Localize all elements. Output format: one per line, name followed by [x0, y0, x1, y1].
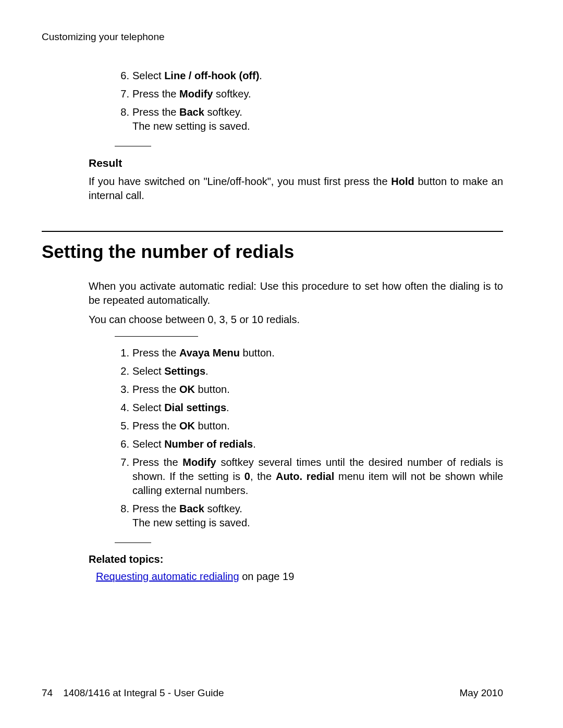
steps-list-main: 1. Press the Avaya Menu button. 2. Selec… — [42, 346, 503, 530]
running-header: Customizing your telephone — [42, 30, 503, 44]
text-run: Press the — [132, 456, 182, 468]
step-text: Select Number of redials. — [132, 437, 503, 451]
intro-paragraph-1: When you activate automatic redial: Use … — [89, 279, 503, 307]
bold-run: OK — [179, 384, 195, 395]
text-run: . — [226, 402, 229, 413]
text-run: Select — [132, 365, 164, 377]
step-text: Press the Back softkey. The new setting … — [132, 105, 503, 133]
page-footer: 741408/1416 at Integral 5 - User Guide M… — [42, 686, 503, 700]
text-run: Select — [132, 402, 164, 413]
bold-run: Number of redials — [164, 438, 253, 450]
step-number: 7. — [115, 87, 132, 101]
list-item: 8. Press the Back softkey. The new setti… — [115, 502, 503, 530]
steps-list-top: 6. Select Line / off-hook (off). 7. Pres… — [42, 69, 503, 133]
text-run: softkey. — [204, 106, 242, 118]
related-topic-item: Requesting automatic redialing on page 1… — [96, 570, 503, 584]
step-text: Press the Back softkey. The new setting … — [132, 502, 503, 530]
text-run: button. — [195, 384, 230, 395]
step-number: 2. — [115, 364, 132, 378]
step-text: Select Dial settings. — [132, 401, 503, 415]
list-item: 1. Press the Avaya Menu button. — [115, 346, 503, 360]
footer-left: 741408/1416 at Integral 5 - User Guide — [42, 686, 224, 700]
list-item: 4. Select Dial settings. — [115, 401, 503, 415]
step-number: 4. — [115, 401, 132, 415]
bold-run: OK — [179, 420, 195, 431]
text-run: softkey. — [213, 88, 251, 100]
bold-run: Modify — [179, 88, 213, 100]
text-run: Select — [132, 70, 164, 81]
step-text: Select Line / off-hook (off). — [132, 69, 503, 83]
bold-run: Dial settings — [164, 402, 226, 413]
footer-doc-title: 1408/1416 at Integral 5 - User Guide — [63, 687, 224, 698]
list-item: 6. Select Line / off-hook (off). — [115, 69, 503, 83]
text-run: button. — [240, 347, 275, 359]
text-run: . — [259, 70, 262, 81]
step-number: 8. — [115, 105, 132, 133]
page-container: Customizing your telephone 6. Select Lin… — [0, 0, 563, 728]
step-text: Press the OK button. — [132, 419, 503, 433]
divider-short — [115, 146, 151, 146]
list-item: 8. Press the Back softkey. The new setti… — [115, 105, 503, 133]
footer-date: May 2010 — [460, 686, 503, 700]
text-run: Press the — [132, 384, 179, 395]
list-item: 6. Select Number of redials. — [115, 437, 503, 451]
step-text: Press the Avaya Menu button. — [132, 346, 503, 360]
step-number: 8. — [115, 502, 132, 530]
divider-short — [115, 542, 151, 543]
step-number: 1. — [115, 346, 132, 360]
step-number: 7. — [115, 455, 132, 498]
list-item: 2. Select Settings. — [115, 364, 503, 378]
text-run: button. — [195, 420, 230, 431]
step-number: 5. — [115, 419, 132, 433]
bold-run: Hold — [391, 176, 414, 187]
step-text: Press the OK button. — [132, 382, 503, 397]
bold-run: Back — [179, 503, 204, 514]
text-run: The new setting is saved. — [132, 120, 250, 132]
related-topic-link[interactable]: Requesting automatic redialing — [96, 571, 239, 582]
divider-short — [115, 336, 198, 337]
step-text: Select Settings. — [132, 364, 503, 378]
bold-run: Avaya Menu — [179, 347, 240, 359]
bold-run: Modify — [182, 456, 216, 468]
list-item: 7. Press the Modify softkey several time… — [115, 455, 503, 498]
step-text: Press the Modify softkey several times u… — [132, 455, 503, 498]
text-run: Press the — [132, 503, 179, 514]
list-item: 3. Press the OK button. — [115, 382, 503, 397]
text-run: The new setting is saved. — [132, 517, 250, 528]
text-run: Press the — [132, 106, 179, 118]
text-run: If you have switched on "Line/off-hook",… — [89, 176, 391, 187]
bold-run: Back — [179, 106, 204, 118]
text-run: on page 19 — [239, 571, 295, 582]
step-number: 6. — [115, 69, 132, 83]
bold-run: 0 — [244, 471, 250, 482]
page-number: 74 — [42, 686, 53, 700]
section-divider — [42, 231, 503, 232]
text-run: . — [253, 438, 256, 450]
text-run: . — [205, 365, 209, 377]
bold-run: Settings — [164, 365, 205, 377]
step-text: Press the Modify softkey. — [132, 87, 503, 101]
list-item: 5. Press the OK button. — [115, 419, 503, 433]
text-run: softkey. — [204, 503, 242, 514]
bold-run: Auto. redial — [276, 471, 334, 482]
step-number: 6. — [115, 437, 132, 451]
step-number: 3. — [115, 382, 132, 397]
section-title: Setting the number of redials — [42, 239, 503, 264]
result-text: If you have switched on "Line/off-hook",… — [89, 175, 503, 203]
bold-run: Line / off-hook (off) — [164, 70, 259, 81]
text-run: , the — [250, 471, 276, 482]
result-heading: Result — [89, 156, 503, 170]
text-run: Press the — [132, 420, 179, 431]
related-topics-heading: Related topics: — [89, 552, 503, 566]
list-item: 7. Press the Modify softkey. — [115, 87, 503, 101]
text-run: Select — [132, 438, 164, 450]
text-run: Press the — [132, 347, 179, 359]
intro-paragraph-2: You can choose between 0, 3, 5 or 10 red… — [89, 313, 503, 327]
text-run: Press the — [132, 88, 179, 100]
text-run: If the setting is — [169, 471, 244, 482]
